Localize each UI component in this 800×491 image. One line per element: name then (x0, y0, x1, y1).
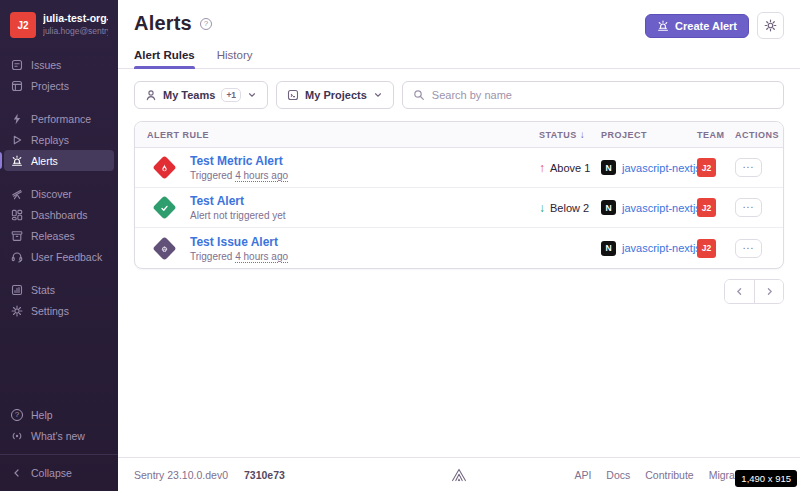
sentry-version: Sentry 23.10.0.dev0 (134, 469, 228, 481)
pagination (724, 279, 784, 304)
issues-icon (11, 59, 23, 71)
sidebar-item-releases[interactable]: Releases (0, 225, 118, 246)
column-header-actions: Actions (735, 130, 771, 140)
sidebar-item-discover[interactable]: Discover (0, 183, 118, 204)
projects-filter-button[interactable]: My Projects (276, 81, 394, 109)
gear-icon (764, 19, 777, 32)
sidebar-item-label: Help (31, 409, 53, 421)
help-icon: ? (11, 409, 23, 421)
footer-link-docs[interactable]: Docs (606, 469, 630, 481)
project-link[interactable]: javascript-nextjs (622, 202, 701, 214)
chevron-down-icon (373, 90, 383, 100)
alert-rules-table: Alert Rule Status↓ Project Team Actions … (134, 121, 784, 269)
arrow-down-icon: ↓ (539, 201, 545, 215)
team-badge[interactable]: J2 (697, 239, 716, 258)
teams-filter-button[interactable]: My Teams +1 (134, 81, 268, 109)
active-accent (0, 152, 2, 169)
sidebar-item-label: Performance (31, 113, 91, 125)
sidebar-item-label: Alerts (31, 155, 58, 167)
org-email: julia.hoge@sentry.io (43, 26, 108, 36)
alert-settings-button[interactable] (757, 12, 784, 39)
tab-alert-rules[interactable]: Alert Rules (134, 49, 195, 68)
teams-filter-label: My Teams (163, 89, 215, 101)
project-cell: Njavascript-nextjs (601, 160, 697, 175)
tab-history[interactable]: History (217, 49, 253, 68)
broadcast-icon (11, 430, 23, 442)
project-cell: Njavascript-nextjs (601, 200, 697, 215)
chevron-down-icon (247, 90, 257, 100)
status-cell: ↑Above 1 (539, 161, 601, 175)
sidebar-item-label: Issues (31, 59, 61, 71)
sidebar-item-label: Stats (31, 284, 55, 296)
page-title: Alerts (134, 12, 192, 35)
metric-alert-critical-icon (152, 155, 176, 179)
arrow-up-icon: ↑ (539, 161, 545, 175)
releases-icon (11, 230, 23, 242)
row-actions-button[interactable]: ... (735, 239, 762, 258)
table-row: Test Alert Alert not triggered yet ↓Belo… (135, 188, 783, 228)
relative-time-link[interactable]: 4 hours ago (235, 170, 288, 181)
footer-link-contribute[interactable]: Contribute (645, 469, 693, 481)
sidebar-item-dashboards[interactable]: Dashboards (0, 204, 118, 225)
previous-page-button[interactable] (725, 280, 754, 303)
team-badge[interactable]: J2 (697, 198, 716, 217)
footer: Sentry 23.10.0.dev0 7310e73 API Docs Con… (118, 457, 800, 491)
projects-icon (287, 89, 299, 101)
next-page-button[interactable] (754, 280, 783, 303)
table-row: Test Issue Alert Triggered 4 hours ago N… (135, 228, 783, 268)
sidebar-item-replays[interactable]: Replays (0, 129, 118, 150)
sidebar-item-label: Releases (31, 230, 75, 242)
table-row: Test Metric Alert Triggered 4 hours ago … (135, 148, 783, 188)
row-actions-button[interactable]: ... (735, 158, 762, 177)
footer-link-api[interactable]: API (574, 469, 591, 481)
search-input[interactable] (432, 89, 773, 101)
sidebar-item-performance[interactable]: Performance (0, 108, 118, 129)
status-cell: ↓Below 2 (539, 201, 601, 215)
sidebar-item-user-feedback[interactable]: User Feedback (0, 246, 118, 267)
org-avatar: J2 (10, 12, 36, 38)
alert-rule-link[interactable]: Test Issue Alert (190, 235, 288, 250)
build-hash[interactable]: 7310e73 (244, 469, 285, 481)
row-actions-button[interactable]: ... (735, 198, 762, 217)
sidebar-item-whats-new[interactable]: What's new (0, 425, 118, 446)
sidebar-item-issues[interactable]: Issues (0, 54, 118, 75)
create-alert-label: Create Alert (675, 20, 737, 32)
sidebar-item-label: Discover (31, 188, 72, 200)
column-header-alert-rule[interactable]: Alert Rule (147, 130, 539, 140)
alert-rule-link[interactable]: Test Metric Alert (190, 154, 288, 169)
sidebar-item-label: Collapse (31, 467, 72, 479)
column-header-project[interactable]: Project (601, 130, 697, 140)
column-header-team[interactable]: Team (697, 130, 735, 140)
projects-icon (11, 80, 23, 92)
create-alert-button[interactable]: Create Alert (645, 14, 749, 38)
alert-rule-subtext: Triggered 4 hours ago (190, 251, 288, 262)
sidebar: J2 julia-test-org-2 … julia.hoge@sentry.… (0, 0, 118, 491)
team-badge[interactable]: J2 (697, 158, 716, 177)
nextjs-platform-icon: N (601, 160, 616, 175)
sidebar-item-projects[interactable]: Projects (0, 75, 118, 96)
sidebar-item-help[interactable]: ? Help (0, 404, 118, 425)
screen-size-badge: 1,490 x 915 (735, 470, 797, 487)
chevron-left-icon (11, 467, 23, 479)
user-icon (145, 89, 157, 101)
project-link[interactable]: javascript-nextjs (622, 242, 701, 254)
sidebar-item-label: Dashboards (31, 209, 88, 221)
column-header-status[interactable]: Status↓ (539, 129, 601, 140)
alerts-siren-icon (657, 20, 669, 32)
relative-time-link[interactable]: 4 hours ago (235, 251, 288, 262)
alert-resolved-icon (152, 195, 176, 219)
sidebar-collapse-button[interactable]: Collapse (0, 462, 118, 483)
sort-desc-icon: ↓ (580, 129, 586, 140)
sidebar-item-settings[interactable]: Settings (0, 300, 118, 321)
project-link[interactable]: javascript-nextjs (622, 162, 701, 174)
alert-rule-link[interactable]: Test Alert (190, 194, 286, 209)
dashboards-icon (11, 209, 23, 221)
sidebar-item-stats[interactable]: Stats (0, 279, 118, 300)
performance-icon (11, 113, 23, 125)
issue-alert-icon (152, 236, 176, 260)
sidebar-item-label: Replays (31, 134, 69, 146)
org-switcher[interactable]: J2 julia-test-org-2 … julia.hoge@sentry.… (0, 10, 118, 44)
sidebar-item-alerts[interactable]: Alerts (0, 150, 118, 171)
alerts-siren-icon (11, 155, 23, 167)
page-help-icon[interactable]: ? (200, 18, 212, 30)
